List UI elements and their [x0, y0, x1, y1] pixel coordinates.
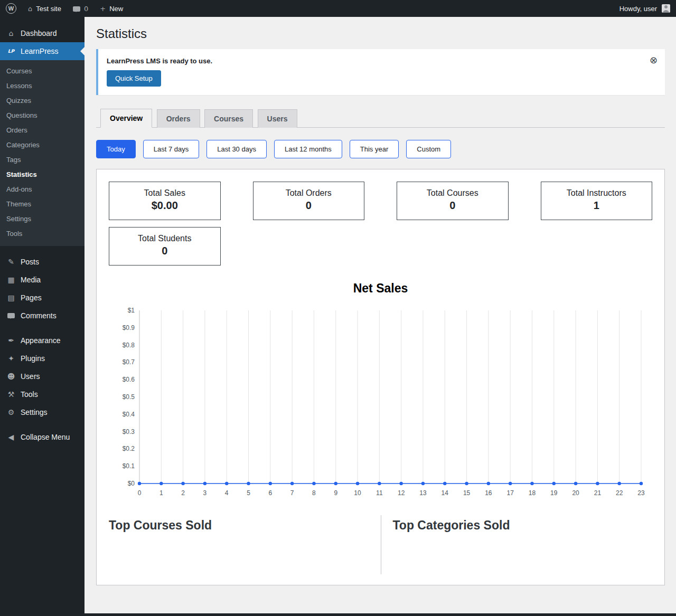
- top-categories-heading: Top Categories Sold: [393, 518, 653, 533]
- collapse-menu-button[interactable]: ◀ Collapse Menu: [0, 428, 84, 446]
- stat-label: Total Sales: [112, 188, 217, 198]
- new-content-menu[interactable]: + New: [94, 0, 129, 17]
- menu-separator: [0, 325, 84, 331]
- svg-text:$0.4: $0.4: [122, 411, 135, 418]
- sidebar-item-posts[interactable]: ✎ Posts: [0, 253, 84, 271]
- svg-text:1: 1: [159, 489, 163, 497]
- menu-separator: [0, 421, 84, 428]
- sidebar-item-label: Media: [21, 275, 41, 285]
- svg-text:3: 3: [203, 489, 206, 497]
- sidebar-item-label: Dashboard: [21, 29, 57, 38]
- top-lists: Top Courses Sold Top Categories Sold: [109, 515, 652, 574]
- dismiss-notice-icon[interactable]: ⊗: [649, 54, 659, 66]
- sidebar-item-statistics[interactable]: Statistics: [0, 167, 84, 182]
- sidebar-item-pages[interactable]: ▤ Pages: [0, 289, 84, 307]
- howdy-label: Howdy, user: [619, 5, 657, 13]
- tools-icon: ⚒: [6, 390, 16, 399]
- svg-text:21: 21: [594, 489, 601, 497]
- comments-shortcut[interactable]: 0: [67, 0, 94, 17]
- quick-setup-button[interactable]: Quick Setup: [107, 70, 161, 87]
- statistics-card: Total Sales $0.00 Total Orders 0 Total C…: [96, 169, 665, 585]
- media-icon: ▦: [6, 275, 16, 285]
- tab-users[interactable]: Users: [258, 109, 297, 128]
- notice-message: LearnPress LMS is ready to use.: [107, 57, 642, 65]
- sidebar-item-quizzes[interactable]: Quizzes: [0, 93, 84, 108]
- sidebar-item-tools-lp[interactable]: Tools: [0, 226, 84, 241]
- sidebar-item-categories[interactable]: Categories: [0, 138, 84, 153]
- sidebar-item-media[interactable]: ▦ Media: [0, 271, 84, 289]
- sidebar-item-label: Tools: [21, 390, 38, 399]
- site-name-label: Test site: [36, 5, 61, 13]
- collapse-menu-label: Collapse Menu: [21, 432, 70, 442]
- sidebar-item-label: Users: [21, 372, 40, 381]
- sidebar-item-orders[interactable]: Orders: [0, 123, 84, 138]
- sidebar-item-tools[interactable]: ⚒ Tools: [0, 385, 84, 403]
- stat-total-orders: Total Orders 0: [253, 182, 365, 220]
- top-courses-section: Top Courses Sold: [109, 515, 381, 574]
- sidebar-item-settings-lp[interactable]: Settings: [0, 212, 84, 226]
- dashboard-icon: ⌂: [6, 29, 16, 38]
- sidebar-item-label: Plugins: [21, 354, 45, 363]
- sidebar-item-comments[interactable]: Comments: [0, 307, 84, 325]
- filter-custom-button[interactable]: Custom: [406, 140, 451, 158]
- home-icon: ⌂: [28, 5, 32, 13]
- users-icon: ☻: [6, 372, 16, 381]
- svg-text:22: 22: [616, 489, 623, 497]
- sidebar-item-learnpress[interactable]: LP LearnPress: [0, 42, 84, 60]
- sidebar-item-label: Appearance: [21, 336, 61, 345]
- svg-text:5: 5: [247, 489, 250, 497]
- settings-icon: ⚙: [6, 407, 16, 417]
- summary-stats: Total Sales $0.00 Total Orders 0 Total C…: [109, 182, 652, 266]
- stat-total-instructors: Total Instructors 1: [541, 182, 653, 220]
- stats-tabs: Overview Orders Courses Users: [96, 109, 665, 128]
- svg-text:11: 11: [376, 489, 383, 497]
- tab-orders[interactable]: Orders: [157, 109, 200, 128]
- sidebar-item-label: Settings: [21, 407, 48, 417]
- sidebar-item-questions[interactable]: Questions: [0, 108, 84, 123]
- appearance-icon: ✒: [6, 336, 16, 345]
- filter-last-12-months-button[interactable]: Last 12 months: [274, 140, 342, 158]
- sidebar-item-plugins[interactable]: ✦ Plugins: [0, 349, 84, 367]
- sidebar-item-appearance[interactable]: ✒ Appearance: [0, 331, 84, 349]
- tab-overview[interactable]: Overview: [100, 109, 152, 128]
- stat-total-students: Total Students 0: [109, 227, 221, 266]
- filter-last-7-days-button[interactable]: Last 7 days: [143, 140, 200, 158]
- wp-logo-menu[interactable]: W: [0, 0, 22, 17]
- filter-last-30-days-button[interactable]: Last 30 days: [206, 140, 267, 158]
- filter-this-year-button[interactable]: This year: [350, 140, 399, 158]
- comments-bubble-icon: [73, 6, 80, 12]
- tab-courses[interactable]: Courses: [204, 109, 253, 128]
- sidebar-item-courses[interactable]: Courses: [0, 64, 84, 79]
- admin-footer: If you like LearnPress please leave us a…: [96, 585, 665, 616]
- filter-today-button[interactable]: Today: [96, 140, 136, 158]
- sidebar-item-lessons[interactable]: Lessons: [0, 79, 84, 93]
- stat-label: Total Orders: [257, 188, 361, 198]
- svg-text:15: 15: [463, 489, 470, 497]
- top-categories-section: Top Categories Sold: [381, 515, 653, 574]
- admin-bar: W ⌂ Test site 0 + New Howdy, user: [0, 0, 676, 17]
- stat-value: 0: [400, 200, 505, 212]
- learnpress-icon: LP: [6, 46, 16, 56]
- sidebar-item-dashboard[interactable]: ⌂ Dashboard: [0, 24, 84, 42]
- svg-text:6: 6: [268, 489, 272, 497]
- svg-text:20: 20: [572, 489, 579, 497]
- menu-separator: [0, 246, 84, 253]
- sidebar-item-tags[interactable]: Tags: [0, 153, 84, 167]
- sidebar-item-users[interactable]: ☻ Users: [0, 367, 84, 385]
- pages-icon: ▤: [6, 293, 16, 302]
- my-account-menu[interactable]: Howdy, user: [614, 0, 676, 17]
- sidebar-item-settings[interactable]: ⚙ Settings: [0, 403, 84, 421]
- svg-text:4: 4: [224, 489, 228, 497]
- svg-text:16: 16: [485, 489, 492, 497]
- svg-text:19: 19: [550, 489, 558, 497]
- plus-icon: +: [100, 5, 106, 13]
- site-name-link[interactable]: ⌂ Test site: [22, 0, 67, 17]
- svg-text:$0.2: $0.2: [122, 445, 135, 452]
- svg-text:$0.9: $0.9: [122, 324, 135, 331]
- sidebar-item-label: Pages: [21, 293, 42, 302]
- stat-label: Total Instructors: [544, 188, 649, 198]
- sidebar-item-addons[interactable]: Add-ons: [0, 182, 84, 197]
- comments-count: 0: [84, 5, 88, 13]
- sidebar-item-themes[interactable]: Themes: [0, 197, 84, 212]
- stat-value: 0: [257, 200, 361, 212]
